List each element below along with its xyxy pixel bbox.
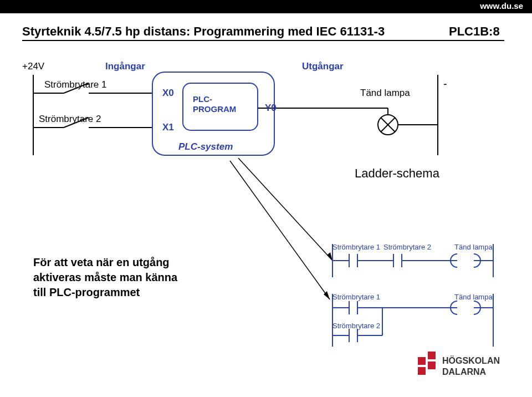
ladder2-sw2: Strömbrytare 2: [332, 322, 380, 330]
label-plc-line2: PROGRAM: [193, 104, 236, 114]
para-l1: För att veta när en utgång: [33, 255, 177, 270]
label-x1: X1: [162, 122, 174, 133]
svg-line-26: [230, 161, 330, 299]
para-l2: aktiveras måste man känna: [33, 270, 177, 285]
logo: HÖGSKOLAN DALARNA: [416, 347, 515, 386]
logo-mark-icon: [418, 352, 436, 375]
svg-rect-51: [428, 352, 436, 359]
label-switch1: Strömbrytare 1: [44, 79, 106, 90]
logo-line1: HÖGSKOLAN: [442, 355, 500, 365]
label-plc-system: PLC-system: [178, 141, 233, 152]
label-lamp: Tänd lampa: [360, 88, 410, 99]
label-inputs: Ingångar: [105, 61, 145, 72]
ladder1-sw2: Strömbrytare 2: [383, 243, 431, 251]
label-x0: X0: [162, 88, 174, 99]
logo-line2: DALARNA: [442, 367, 487, 376]
ladder2-lamp: Tänd lampa: [454, 293, 493, 301]
diagram-svg: [0, 0, 532, 397]
ladder1-lamp: Tänd lampa: [454, 243, 493, 251]
label-outputs: Utgångar: [302, 61, 344, 72]
svg-marker-25: [327, 252, 332, 261]
svg-rect-53: [418, 367, 426, 375]
label-ladder-caption: Ladder-schema: [355, 166, 439, 181]
label-plc-line1: PLC-: [193, 94, 212, 104]
label-switch2: Strömbrytare 2: [39, 114, 101, 125]
stage: www.du.se Styrteknik 4.5/7.5 hp distans:…: [0, 0, 532, 397]
svg-line-24: [238, 158, 332, 261]
ladder1-sw1: Strömbrytare 1: [332, 243, 380, 251]
label-y0: Y0: [265, 103, 277, 114]
label-minus: -: [443, 78, 447, 90]
svg-rect-50: [418, 357, 426, 365]
para-l3: till PLC-programmet: [33, 285, 177, 300]
paragraph: För att veta när en utgång aktiveras mås…: [33, 255, 177, 300]
label-24v: +24V: [22, 61, 44, 72]
ladder2-sw1: Strömbrytare 1: [332, 293, 380, 301]
svg-rect-52: [428, 362, 436, 369]
